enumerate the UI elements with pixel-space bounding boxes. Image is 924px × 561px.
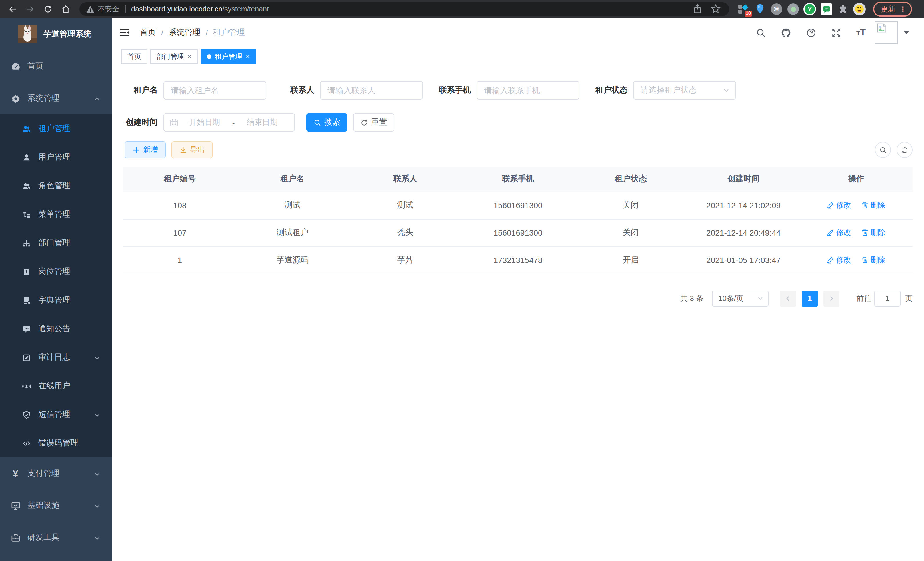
sidebar-item-tenant[interactable]: 租户管理	[0, 114, 112, 143]
add-button[interactable]: 新增	[124, 141, 166, 158]
sidebar-item-system[interactable]: 系统管理	[0, 82, 112, 114]
tab-dept[interactable]: 部门管理×	[150, 49, 198, 64]
sidebar-item-dict[interactable]: 字典管理	[0, 286, 112, 314]
help-icon[interactable]	[806, 27, 816, 38]
table-row: 1 芋道源码 芋艿 17321315478 开启 2021-01-05 17:0…	[123, 247, 913, 274]
browser-forward-icon[interactable]	[25, 4, 35, 14]
col-contact: 联系人	[349, 167, 462, 192]
prev-page-button[interactable]	[780, 290, 796, 306]
goto-label: 前往	[856, 293, 872, 303]
download-icon	[179, 146, 187, 153]
sidebar-fold-icon[interactable]	[119, 28, 130, 37]
sidebar-item-post[interactable]: 岗位管理	[0, 257, 112, 286]
browser-reload-icon[interactable]	[43, 4, 53, 14]
breadcrumb-system[interactable]: 系统管理	[169, 27, 201, 38]
mobile-input[interactable]	[477, 81, 579, 99]
sidebar-item-audit-log[interactable]: 审计日志	[0, 343, 112, 372]
extension-record-icon[interactable]	[787, 3, 800, 15]
reset-button[interactable]: 重置	[353, 113, 394, 132]
post-badge-icon	[22, 267, 31, 276]
pagination: 共 3 条 10条/页 1 前往 页	[123, 290, 913, 306]
security-label[interactable]: 不安全	[98, 4, 119, 14]
profile-avatar-icon[interactable]	[853, 3, 866, 15]
browser-menu-icon[interactable]: ⋮	[899, 5, 906, 13]
sidebar-item-menu[interactable]: 菜单管理	[0, 200, 112, 229]
avatar-dropdown-icon[interactable]	[903, 31, 909, 34]
edit-link[interactable]: 修改	[827, 200, 851, 211]
breadcrumb-home[interactable]: 首页	[140, 27, 156, 38]
browser-update-button[interactable]: 更新 ⋮	[873, 2, 912, 17]
app-logo-row[interactable]: 芋道管理系统	[0, 18, 112, 50]
insecure-warning-icon	[86, 5, 94, 13]
gear-icon	[10, 93, 21, 104]
contact-input[interactable]	[320, 81, 423, 99]
user-avatar[interactable]	[875, 21, 898, 44]
extension-chat-icon[interactable]	[820, 3, 832, 15]
status-text: 关闭	[574, 219, 687, 247]
table-toolbar: 新增 导出	[123, 141, 913, 158]
edit-link[interactable]: 修改	[827, 228, 851, 238]
url-path: /system/tenant	[222, 5, 269, 13]
extension-command-icon[interactable]: ⌘	[770, 3, 783, 15]
refresh-icon	[360, 119, 368, 126]
delete-link[interactable]: 删除	[861, 228, 885, 238]
sidebar-item-notice[interactable]: 通知公告	[0, 314, 112, 343]
next-page-button[interactable]	[824, 290, 839, 306]
refresh-table-button[interactable]	[897, 142, 913, 158]
status-select[interactable]: 请选择租户状态	[633, 81, 736, 99]
trash-icon	[861, 202, 869, 209]
sidebar-item-home[interactable]: 首页	[0, 50, 112, 82]
font-size-icon[interactable]: TT	[856, 27, 866, 38]
status-text: 开启	[574, 247, 687, 274]
extension-pin-icon[interactable]	[754, 3, 766, 15]
browser-home-icon[interactable]	[61, 4, 71, 14]
roles-users-icon	[22, 181, 31, 190]
sidebar-item-dev-tools[interactable]: 研发工具	[0, 522, 112, 553]
current-page[interactable]: 1	[802, 290, 818, 306]
browser-toolbar: 不安全 dashboard.yudao.iocoder.cn/system/te…	[0, 0, 924, 18]
github-icon[interactable]	[781, 27, 791, 38]
sidebar-item-error-code[interactable]: 错误码管理	[0, 429, 112, 457]
sidebar-item-dept[interactable]: 部门管理	[0, 229, 112, 257]
extension-grid-icon[interactable]: 10	[737, 3, 750, 15]
address-bar[interactable]: 不安全 dashboard.yudao.iocoder.cn/system/te…	[80, 2, 729, 16]
chevron-down-icon	[757, 295, 764, 301]
share-icon[interactable]	[693, 4, 703, 14]
toggle-search-button[interactable]	[875, 142, 891, 158]
goto-page-input[interactable]	[874, 290, 901, 306]
sidebar-item-pay[interactable]: ¥ 支付管理	[0, 457, 112, 490]
browser-back-icon[interactable]	[8, 4, 18, 14]
table-row: 107 测试租户 秃头 15601691300 关闭 2021-12-14 20…	[123, 219, 913, 247]
page-size-select[interactable]: 10条/页	[712, 290, 769, 306]
search-button[interactable]: 搜索	[306, 113, 347, 132]
filter-row-2: 创建时间 开始日期 - 结束日期 搜索 重置	[123, 113, 913, 132]
sidebar-item-online-users[interactable]: 在线用户	[0, 372, 112, 400]
chevron-down-icon	[94, 502, 100, 509]
start-date-placeholder[interactable]: 开始日期	[178, 117, 231, 128]
end-date-placeholder[interactable]: 结束日期	[236, 117, 289, 128]
edit-link[interactable]: 修改	[827, 255, 851, 265]
export-button[interactable]: 导出	[171, 141, 213, 158]
sidebar-item-sms[interactable]: 短信管理	[0, 400, 112, 429]
delete-link[interactable]: 删除	[861, 255, 885, 265]
tab-home[interactable]: 首页	[121, 49, 147, 64]
extension-y-icon[interactable]: Y	[803, 3, 816, 15]
delete-link[interactable]: 删除	[861, 200, 885, 211]
extensions-puzzle-icon[interactable]	[837, 3, 849, 15]
sidebar-item-user[interactable]: 用户管理	[0, 143, 112, 171]
tenant-name-input[interactable]	[164, 81, 266, 99]
chevron-right-icon	[828, 295, 835, 302]
fullscreen-icon[interactable]	[831, 27, 842, 38]
edit-log-icon	[22, 353, 31, 362]
bookmark-star-icon[interactable]	[711, 4, 721, 14]
shield-check-icon	[22, 410, 31, 419]
date-range-picker[interactable]: 开始日期 - 结束日期	[164, 113, 295, 132]
header-search-icon[interactable]	[756, 27, 766, 38]
close-icon[interactable]: ×	[188, 53, 191, 61]
org-tree-icon	[22, 238, 31, 248]
sidebar-item-infra[interactable]: 基础设施	[0, 490, 112, 522]
table-header-row: 租户编号 租户名 联系人 联系手机 租户状态 创建时间 操作	[123, 167, 913, 192]
sidebar-item-role[interactable]: 角色管理	[0, 171, 112, 200]
close-icon[interactable]: ×	[246, 53, 250, 61]
tab-tenant[interactable]: 租户管理×	[201, 49, 256, 64]
